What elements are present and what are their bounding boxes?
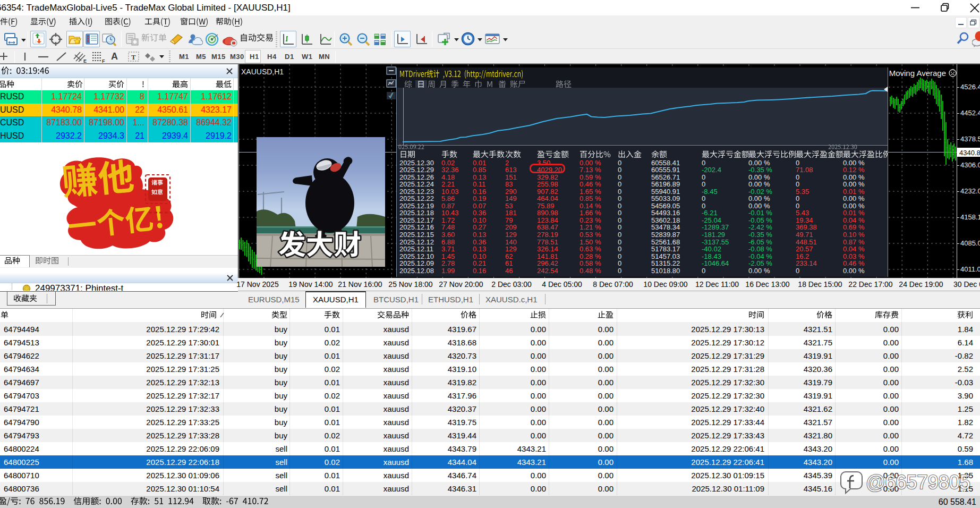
svg-text:E: E xyxy=(83,58,87,63)
svg-text:T: T xyxy=(131,53,136,61)
svg-text:F: F xyxy=(102,58,105,63)
svg-text:@66579805: @66579805 xyxy=(866,471,970,493)
